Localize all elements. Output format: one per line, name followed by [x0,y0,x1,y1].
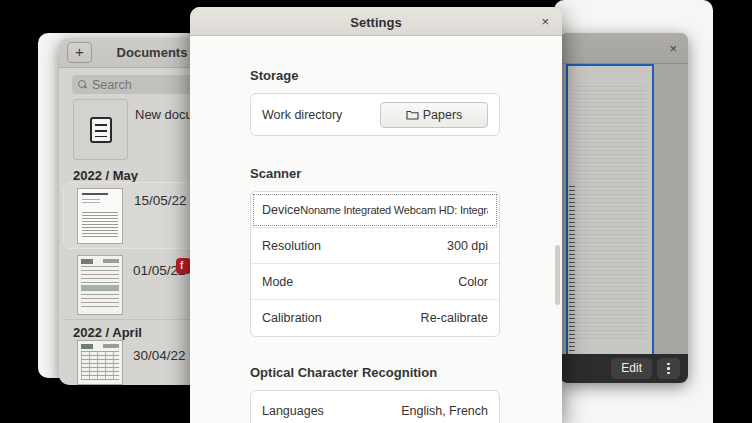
document-icon [90,117,112,143]
settings-title: Settings [190,15,562,30]
search-placeholder: Search [92,78,132,92]
search-icon [78,80,87,89]
desktop: + Documents Search New document 2022 / M… [0,0,752,423]
section-storage: Storage [250,68,500,83]
languages-value: English, French [324,404,488,418]
calibration-row[interactable]: Calibration Re-calibrate [251,300,499,336]
close-icon[interactable]: × [541,15,549,28]
new-document-button[interactable]: + [67,42,92,63]
resolution-label: Resolution [262,239,321,253]
settings-titlebar: Settings × [190,7,562,36]
work-directory-row: Work directory Papers [251,94,499,135]
viewer-window: × Edit [560,33,688,383]
group-header-april: 2022 / April [73,325,142,340]
work-directory-label: Work directory [262,108,342,122]
document-thumbnail [77,340,123,385]
page-text-faint [572,86,646,341]
device-value: Noname Integrated Webcam HD: Integrate [300,204,488,216]
group-header-may: 2022 / May [73,168,138,183]
calibration-value: Re-calibrate [322,311,488,325]
storage-card: Work directory Papers [250,93,500,136]
section-scanner: Scanner [250,166,500,181]
document-thumbnail [77,188,123,244]
viewer-headerbar: × [560,33,688,64]
close-icon[interactable]: × [669,42,677,55]
device-row[interactable]: Device Noname Integrated Webcam HD: Inte… [251,192,499,228]
work-directory-value: Papers [423,108,463,122]
mode-label: Mode [262,275,293,289]
section-ocr: Optical Character Recognition [250,365,500,380]
settings-dialog: Settings × Storage Work directory Papers… [190,7,562,423]
page-text-column [569,186,575,356]
mode-row[interactable]: Mode Color [251,264,499,300]
ocr-card: Languages English, French [250,390,500,423]
resolution-row[interactable]: Resolution 300 dpi [251,228,499,264]
languages-label: Languages [262,404,324,418]
settings-body: Storage Work directory Papers Scanner De… [190,68,562,423]
viewer-action-bar: Edit [560,354,688,383]
folder-icon [406,109,419,120]
edit-button[interactable]: Edit [611,358,652,379]
device-label: Device [262,203,300,217]
languages-row[interactable]: Languages English, French [251,391,499,423]
resolution-value: 300 dpi [321,239,488,253]
kebab-menu-button[interactable] [657,358,680,379]
document-date-label: 30/04/22 [133,348,186,363]
mode-value: Color [293,275,488,289]
document-thumbnail [77,255,123,315]
calibration-label: Calibration [262,311,322,325]
new-document-thumbnail[interactable] [73,99,128,160]
dialog-scrollbar[interactable] [555,245,560,305]
work-directory-button[interactable]: Papers [380,102,488,128]
scan-page-preview [566,64,654,383]
document-date-label: 15/05/22 [134,193,187,208]
scanner-card: Device Noname Integrated Webcam HD: Inte… [250,191,500,337]
document-tag-badge: f [176,258,191,274]
